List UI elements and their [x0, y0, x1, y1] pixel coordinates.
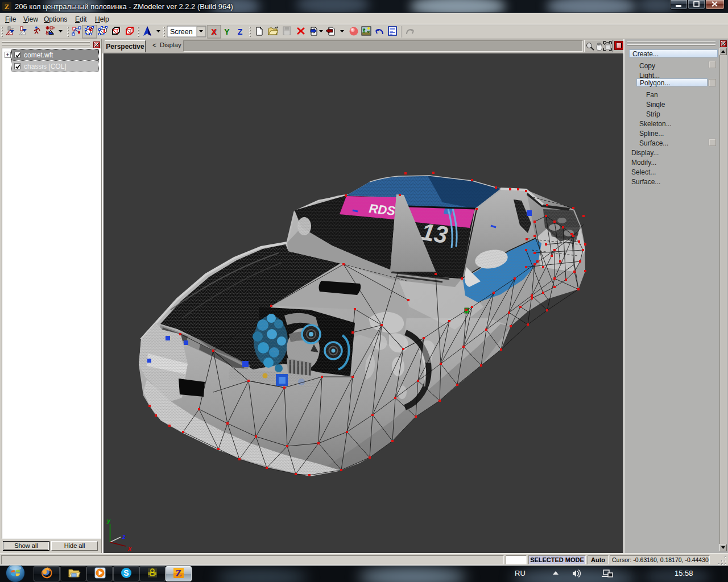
svg-text:S: S [123, 568, 129, 577]
svg-text:RU: RU [515, 569, 526, 577]
svg-text:Screen: Screen [170, 28, 193, 36]
svg-text:Z: Z [238, 27, 243, 36]
svg-text:RDS: RDS [368, 201, 396, 218]
svg-text:y: y [106, 517, 111, 524]
svg-text:z: z [122, 533, 126, 540]
svg-text:Z: Z [176, 568, 182, 578]
svg-text:15:58: 15:58 [675, 569, 693, 577]
svg-text:x: x [127, 545, 132, 552]
svg-text:Y: Y [224, 27, 230, 36]
svg-text:X: X [211, 27, 217, 36]
svg-text:Z: Z [5, 2, 10, 11]
